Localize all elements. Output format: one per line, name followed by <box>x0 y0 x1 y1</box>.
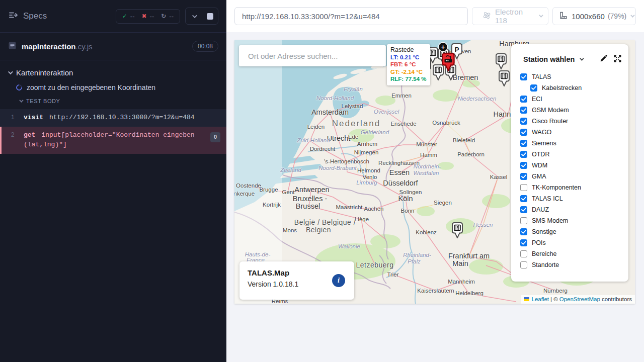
layer-checkbox-row[interactable]: TK-Komponenten <box>520 184 628 191</box>
command-log: 1 visithttp://192.168.10.33:3000/?m=12&u… <box>0 109 226 154</box>
layer-label: Standorte <box>532 261 559 268</box>
station-rack-pin-icon <box>498 69 511 86</box>
station-rack-pin-icon <box>495 52 508 69</box>
checkbox[interactable] <box>520 261 527 268</box>
checkbox[interactable] <box>520 73 527 80</box>
leaflet-link[interactable]: Leaflet <box>532 296 549 302</box>
map-search-input[interactable] <box>239 45 386 66</box>
app-root: Specs ✓-- ✖-- ↻-- mapInteraction.cy.js 0… <box>0 0 644 362</box>
checkbox[interactable] <box>520 206 527 213</box>
tooltip-value-row: FBT: 6 °C <box>390 61 427 68</box>
stat-passed: ✓-- <box>122 13 135 20</box>
layer-label: DAUZ <box>532 206 549 213</box>
command-row[interactable]: 2 getinput[placeholder="Koordinaten eing… <box>0 127 226 154</box>
station-panel: Station wählen TALAS <box>511 44 628 282</box>
layer-label: Cisco Router <box>532 118 568 125</box>
tooltip-title: Rastede <box>390 46 427 53</box>
layer-checkbox-row[interactable]: POIs <box>520 239 628 246</box>
checkbox[interactable] <box>520 96 527 103</box>
viewport-select[interactable]: 1000x660 (79%) <box>552 7 636 25</box>
checkbox[interactable] <box>530 84 537 92</box>
layer-label: Sonstige <box>532 228 556 235</box>
checkbox[interactable] <box>520 118 527 125</box>
specs-menu-icon[interactable] <box>8 10 18 22</box>
layer-checkbox-row[interactable]: TALAS ICL <box>520 195 628 202</box>
checkbox[interactable] <box>520 217 527 224</box>
checkbox[interactable] <box>520 195 527 202</box>
suite-karteninteraktion[interactable]: Karteninteraktion <box>0 65 226 80</box>
refresh-icon: ↻ <box>161 13 166 20</box>
map-marker[interactable] <box>451 221 464 238</box>
running-spinner-icon <box>15 83 24 92</box>
layer-checkbox-row[interactable]: GMA <box>520 173 628 180</box>
stop-button[interactable] <box>202 8 218 24</box>
layer-checkbox-row[interactable]: Sonstige <box>520 228 628 235</box>
layer-checkbox-row[interactable]: SMS Modem <box>520 217 628 224</box>
chevron-down-icon <box>8 69 13 74</box>
command-row[interactable]: 1 visithttp://192.168.10.33:3000/?m=12&u… <box>0 109 226 127</box>
layer-checkbox-row[interactable]: OTDR <box>520 151 628 158</box>
checkbox[interactable] <box>520 239 527 246</box>
checkbox[interactable] <box>520 228 527 235</box>
layer-checkbox-row[interactable]: Bereiche <box>520 250 628 257</box>
chevron-down-icon <box>630 13 634 17</box>
aut-frame-area: HamburgBremerhavenBremenNiedersachsenHan… <box>226 32 644 362</box>
command-count-badge: 0 <box>210 132 220 142</box>
checkbox[interactable] <box>520 162 527 169</box>
station-panel-header: Station wählen <box>511 44 628 71</box>
collapse-button[interactable] <box>186 8 202 24</box>
stop-icon <box>207 13 213 20</box>
checkbox[interactable] <box>520 140 527 147</box>
expand-icon[interactable] <box>614 55 621 64</box>
spec-file-icon <box>8 41 17 52</box>
info-icon[interactable]: i <box>332 274 345 287</box>
version-card: TALAS.Map Version 1.0.18.1 i <box>239 261 354 300</box>
layer-checkbox-row[interactable]: WAGO <box>520 129 628 136</box>
layer-checkbox-row[interactable]: GSM Modem <box>520 107 628 114</box>
map-marker[interactable] <box>441 51 454 68</box>
url-bar[interactable]: http://192.168.10.33:3000/?m=12&u=484 <box>234 7 468 25</box>
layer-checkbox-row[interactable]: Kabelstrecken <box>530 84 628 92</box>
edit-icon[interactable] <box>600 54 608 64</box>
ukraine-flag-icon <box>524 297 529 301</box>
layer-label: TALAS ICL <box>532 195 563 202</box>
viewport-zoom: (79%) <box>608 12 626 20</box>
spec-file-row[interactable]: mapInteraction.cy.js 00:08 <box>0 33 226 60</box>
map-marker[interactable] <box>498 69 511 86</box>
test-tree: Karteninteraktion zoomt zu den eingegebe… <box>0 60 226 154</box>
checkbox[interactable] <box>520 151 527 158</box>
checkbox[interactable] <box>520 129 527 136</box>
layer-checkbox-row[interactable]: Standorte <box>520 261 628 268</box>
test-body-toggle[interactable]: TEST BODY <box>0 95 226 107</box>
layer-checkbox-row[interactable]: Cisco Router <box>520 118 628 125</box>
command-number: 2 <box>2 131 24 140</box>
station-select-dropdown[interactable]: Station wählen <box>523 55 575 63</box>
layer-checkbox-row[interactable]: TALAS <box>520 73 628 80</box>
checkbox[interactable] <box>520 184 527 191</box>
map-container[interactable]: HamburgBremerhavenBremenNiedersachsenHan… <box>234 40 635 304</box>
test-body-label: TEST BODY <box>26 98 60 104</box>
layer-checkbox-row[interactable]: WDM <box>520 162 628 169</box>
test-zoomt-koordinaten[interactable]: zoomt zu den eingegebenen Koordinaten <box>0 80 226 95</box>
layer-checkbox-row[interactable]: Siemens <box>520 140 628 147</box>
command-number: 1 <box>2 113 24 122</box>
stat-failed: ✖-- <box>142 13 154 20</box>
suite-title: Karteninteraktion <box>16 68 73 77</box>
layer-checkbox-row[interactable]: ECI <box>520 96 628 103</box>
app-version: Version 1.0.18.1 <box>248 280 346 288</box>
browser-label: Electron 118 <box>495 8 535 25</box>
browser-select[interactable]: Electron 118 <box>472 7 548 25</box>
layer-label: GSM Modem <box>532 107 569 114</box>
attribution-suffix: contributors <box>602 296 632 302</box>
checkbox[interactable] <box>520 250 527 257</box>
osm-link[interactable]: OpenStreetMap <box>559 296 600 302</box>
electron-icon <box>482 11 491 21</box>
spec-name: mapInteraction <box>22 42 76 51</box>
map-marker[interactable] <box>495 52 508 69</box>
layer-checkbox-row[interactable]: DAUZ <box>520 206 628 213</box>
map-marker[interactable]: + <box>439 43 447 51</box>
checkbox[interactable] <box>520 173 527 180</box>
checkbox[interactable] <box>520 107 527 114</box>
layer-checkbox-list: TALAS Kabelstrecken ECI <box>511 71 628 268</box>
viewport-size: 1000x660 <box>572 12 605 21</box>
